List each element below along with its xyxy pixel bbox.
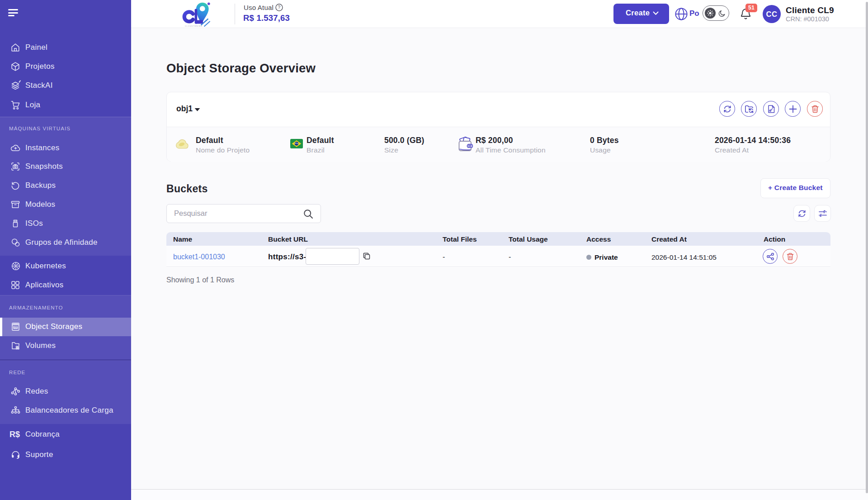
svg-text:CLOUDTENING: CLOUDTENING [185, 25, 203, 27]
svg-text:ABC: ABC [14, 326, 19, 329]
svg-text:?: ? [278, 5, 281, 10]
